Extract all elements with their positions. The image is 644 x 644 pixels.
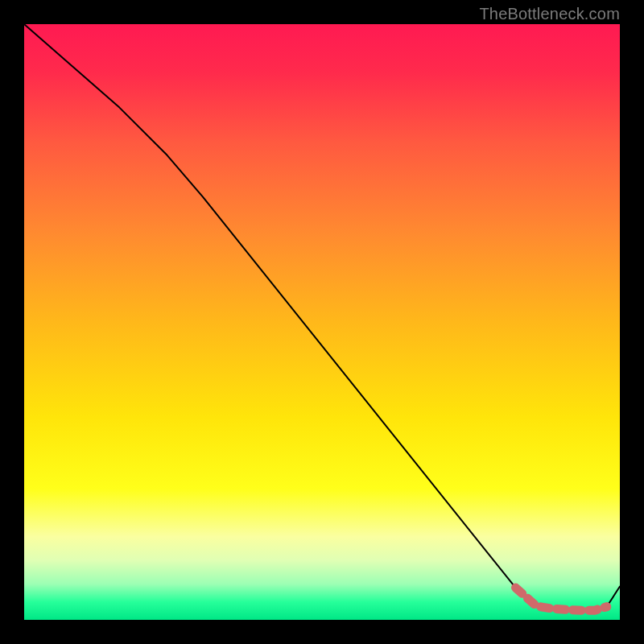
highlight-segment <box>516 588 607 610</box>
chart-frame: TheBottleneck.com <box>0 0 644 644</box>
bottleneck-curve <box>24 24 620 610</box>
chart-overlay <box>24 24 620 620</box>
watermark-label: TheBottleneck.com <box>479 5 620 23</box>
highlight-end-dot <box>602 602 611 611</box>
